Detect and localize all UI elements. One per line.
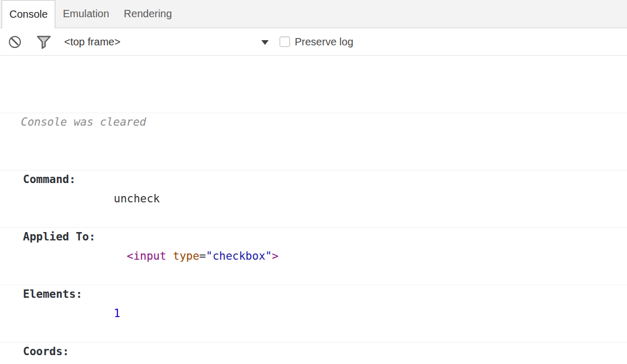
elements-row: Elements: 1 — [0, 265, 627, 285]
html-tag-close: > — [272, 250, 279, 262]
command-row: Command: uncheck — [0, 151, 627, 171]
tab-bar: Console Emulation Rendering — [0, 0, 627, 28]
applied-to-element[interactable]: <input type="checkbox"> — [127, 247, 279, 266]
applied-to-row: Applied To: <input type="checkbox"> — [0, 208, 627, 228]
elements-value: 1 — [114, 304, 120, 323]
elements-label: Elements: — [23, 285, 82, 304]
console-cleared-row: Console was cleared — [0, 93, 627, 113]
chevron-down-icon — [261, 40, 269, 45]
coords-label: Coords: — [23, 342, 69, 361]
console-output: Console was cleared Command: uncheck App… — [0, 56, 627, 364]
preserve-log-checkbox[interactable] — [280, 37, 290, 47]
tab-emulation[interactable]: Emulation — [55, 0, 116, 28]
html-tag-open: <input — [127, 250, 166, 262]
frame-selector[interactable]: <top frame> — [0, 28, 271, 55]
command-label: Command: — [23, 170, 76, 189]
coords-object-preview[interactable]: Object {x: 406, y: 835} — [114, 361, 266, 364]
devtools-console-panel: Console Emulation Rendering <top frame> … — [0, 0, 627, 364]
tab-rendering[interactable]: Rendering — [116, 0, 179, 28]
html-attr-value: "checkbox" — [206, 250, 272, 262]
tab-console[interactable]: Console — [2, 0, 55, 28]
command-value: uncheck — [114, 189, 160, 209]
html-equals: = — [199, 250, 206, 262]
html-attr-name: type — [166, 250, 199, 262]
console-toolbar: <top frame> Preserve log — [0, 28, 627, 56]
frame-selector-value: <top frame> — [64, 28, 120, 55]
preserve-log-label[interactable]: Preserve log — [295, 28, 353, 55]
coords-row: Coords: Object {x: 406, y: 835} — [0, 323, 627, 343]
applied-to-label: Applied To: — [23, 227, 95, 247]
console-cleared-text: Console was cleared — [21, 113, 146, 132]
